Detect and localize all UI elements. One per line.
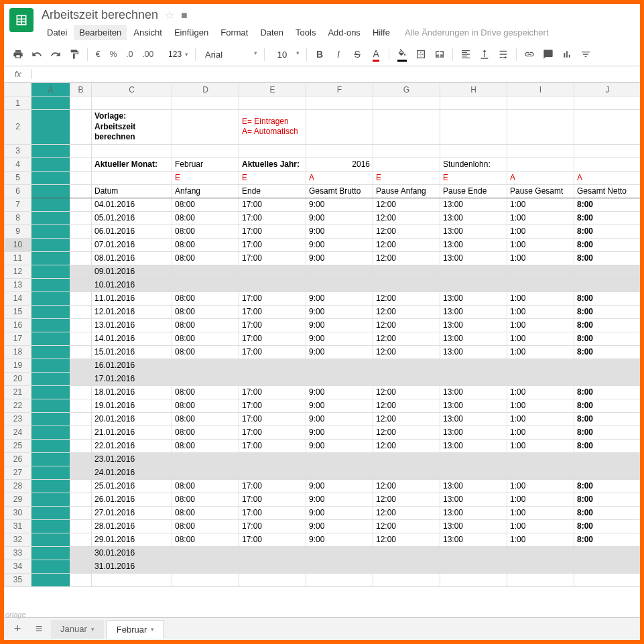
cell[interactable]: 9:00 — [306, 292, 373, 305]
insert-chart-button[interactable] — [558, 46, 576, 63]
cell[interactable] — [70, 479, 92, 493]
cell[interactable] — [373, 157, 440, 171]
cell[interactable] — [507, 278, 574, 292]
currency-button[interactable]: € — [92, 46, 105, 63]
cell[interactable]: E= Eintragen A= Automatisch — [239, 110, 306, 145]
cell[interactable] — [70, 305, 92, 318]
cell[interactable] — [70, 573, 92, 586]
cell[interactable]: 9:00 — [306, 399, 373, 412]
cell[interactable] — [31, 171, 70, 184]
cell[interactable] — [172, 573, 239, 586]
formula-input[interactable] — [32, 69, 640, 79]
insert-comment-button[interactable] — [539, 46, 557, 63]
merge-cells-button[interactable] — [431, 46, 448, 63]
cell[interactable]: 04.01.2016 — [92, 198, 172, 211]
cell[interactable] — [440, 546, 507, 560]
cell[interactable] — [373, 359, 440, 372]
row-header[interactable]: 1 — [5, 96, 31, 110]
cell[interactable] — [440, 359, 507, 372]
row-header[interactable]: 12 — [5, 265, 31, 278]
cell[interactable] — [70, 439, 92, 452]
cell[interactable] — [507, 96, 574, 110]
cell[interactable] — [31, 399, 70, 412]
cell[interactable]: 8:00 — [574, 211, 641, 224]
cell[interactable]: 15.01.2016 — [92, 345, 172, 359]
cell[interactable]: 1:00 — [507, 211, 574, 224]
cell[interactable] — [70, 251, 92, 265]
number-format-dropdown[interactable]: 123 — [159, 46, 191, 63]
cell[interactable]: 25.01.2016 — [92, 479, 172, 493]
cell[interactable]: 9:00 — [306, 385, 373, 399]
cell[interactable]: 08:00 — [172, 211, 239, 224]
cell[interactable] — [70, 506, 92, 519]
column-header-J[interactable]: J — [574, 83, 641, 96]
cell[interactable] — [70, 211, 92, 224]
row-header[interactable]: 19 — [5, 359, 31, 372]
cell[interactable] — [70, 493, 92, 506]
cell[interactable]: 9:00 — [306, 305, 373, 318]
cell[interactable] — [440, 560, 507, 573]
cell[interactable] — [306, 96, 373, 110]
cell[interactable]: 12:00 — [373, 493, 440, 506]
cell[interactable]: 13:00 — [440, 211, 507, 224]
cell[interactable] — [70, 372, 92, 385]
cell[interactable]: 13:00 — [440, 224, 507, 238]
cell[interactable]: 08:00 — [172, 493, 239, 506]
cell[interactable] — [31, 278, 70, 292]
cell[interactable] — [507, 372, 574, 385]
cell[interactable]: 29.01.2016 — [92, 533, 172, 546]
cell[interactable] — [239, 265, 306, 278]
cell[interactable] — [31, 452, 70, 466]
cell[interactable]: 30.01.2016 — [92, 546, 172, 560]
cell[interactable]: Februar — [172, 157, 239, 171]
cell[interactable]: 8:00 — [574, 506, 641, 519]
column-header-A[interactable]: A — [31, 83, 70, 96]
cell[interactable] — [373, 96, 440, 110]
star-icon[interactable]: ☆ — [165, 9, 174, 21]
cell[interactable]: 9:00 — [306, 519, 373, 533]
menu-format[interactable]: Format — [215, 25, 253, 40]
cell[interactable]: 9:00 — [306, 426, 373, 439]
row-header[interactable]: 26 — [5, 452, 31, 466]
cell[interactable] — [574, 265, 641, 278]
cell[interactable] — [172, 560, 239, 573]
cell[interactable] — [31, 519, 70, 533]
cell[interactable] — [70, 171, 92, 184]
cell[interactable]: 8:00 — [574, 533, 641, 546]
menu-bearbeiten[interactable]: Bearbeiten — [74, 25, 127, 40]
row-header[interactable]: 15 — [5, 305, 31, 318]
document-title[interactable]: Arbeitszeit berechnen — [42, 8, 158, 22]
cell[interactable]: 2016 — [306, 157, 373, 171]
menu-daten[interactable]: Daten — [255, 25, 289, 40]
cell[interactable] — [70, 198, 92, 211]
cell[interactable]: 12:00 — [373, 251, 440, 265]
cell[interactable]: 1:00 — [507, 238, 574, 251]
cell[interactable] — [172, 452, 239, 466]
cell[interactable]: 17:00 — [239, 479, 306, 493]
cell[interactable]: A — [574, 171, 641, 184]
cell[interactable] — [306, 110, 373, 145]
cell[interactable]: 08:00 — [172, 399, 239, 412]
cell[interactable]: 23.01.2016 — [92, 452, 172, 466]
text-wrap-button[interactable] — [495, 46, 512, 63]
sheet-tab-januar[interactable]: Januar▾ — [51, 620, 104, 639]
cell[interactable]: 1:00 — [507, 385, 574, 399]
borders-button[interactable] — [412, 46, 430, 63]
cell[interactable]: 08:00 — [172, 533, 239, 546]
cell[interactable]: 10.01.2016 — [92, 278, 172, 292]
cell[interactable] — [31, 573, 70, 586]
cell[interactable]: E — [373, 171, 440, 184]
cell[interactable] — [507, 573, 574, 586]
cell[interactable]: 9:00 — [306, 332, 373, 345]
cell[interactable] — [70, 278, 92, 292]
cell[interactable]: 9:00 — [306, 198, 373, 211]
cell[interactable]: 08:00 — [172, 238, 239, 251]
cell[interactable]: 07.01.2016 — [92, 238, 172, 251]
cell[interactable] — [31, 345, 70, 359]
cell[interactable] — [239, 278, 306, 292]
cell[interactable] — [70, 157, 92, 171]
cell[interactable] — [70, 224, 92, 238]
cell[interactable]: 13:00 — [440, 318, 507, 332]
cell[interactable] — [70, 519, 92, 533]
cell[interactable] — [70, 466, 92, 479]
